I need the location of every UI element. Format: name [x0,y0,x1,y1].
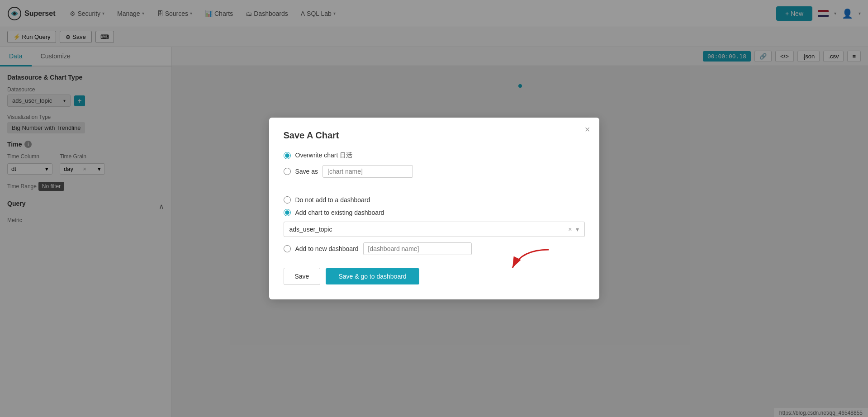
clear-dashboard-icon: × [568,226,572,233]
save-go-dashboard-button[interactable]: Save & go to dashboard [326,268,419,284]
dashboard-name-input[interactable] [363,242,472,255]
no-dashboard-radio[interactable] [284,196,291,204]
add-new-radio-row: Add to new dashboard [284,242,585,255]
dashboard-options-section: Do not add to a dashboard Add chart to e… [284,196,585,255]
add-new-dashboard-radio[interactable] [284,245,291,252]
add-existing-radio-row: Add chart to existing dashboard [284,209,585,216]
existing-dashboard-value: ads_user_topic [289,226,332,233]
modal-title: Save A Chart [284,130,585,141]
saveas-label: Save as [295,168,318,175]
add-existing-radio[interactable] [284,209,291,216]
dashboard-chevron-icon: ▾ [576,226,579,233]
chart-name-input[interactable] [323,165,413,178]
overwrite-radio[interactable] [284,152,291,159]
save-chart-modal: Save A Chart × Overwrite chart 日活 Save a… [269,118,599,299]
no-dashboard-radio-row: Do not add to a dashboard [284,196,585,204]
no-dashboard-label: Do not add to a dashboard [295,196,370,204]
save-options-section: Overwrite chart 日活 Save as [284,152,585,178]
saveas-radio-row: Save as [284,165,585,178]
overwrite-label: Overwrite chart 日活 [295,152,353,160]
add-new-label: Add to new dashboard [295,245,359,252]
saveas-radio[interactable] [284,168,291,175]
overwrite-radio-row: Overwrite chart 日活 [284,152,585,160]
save-modal-button[interactable]: Save [284,268,321,285]
modal-close-button[interactable]: × [585,125,590,134]
modal-overlay: Save A Chart × Overwrite chart 日活 Save a… [0,0,868,417]
modal-footer: Save Save & go to dashboard [284,268,585,285]
add-existing-label: Add chart to existing dashboard [295,209,384,216]
section-divider [284,187,585,187]
existing-dashboard-select[interactable]: ads_user_topic × ▾ [284,222,585,237]
dashboard-select-icons: × ▾ [568,226,579,233]
